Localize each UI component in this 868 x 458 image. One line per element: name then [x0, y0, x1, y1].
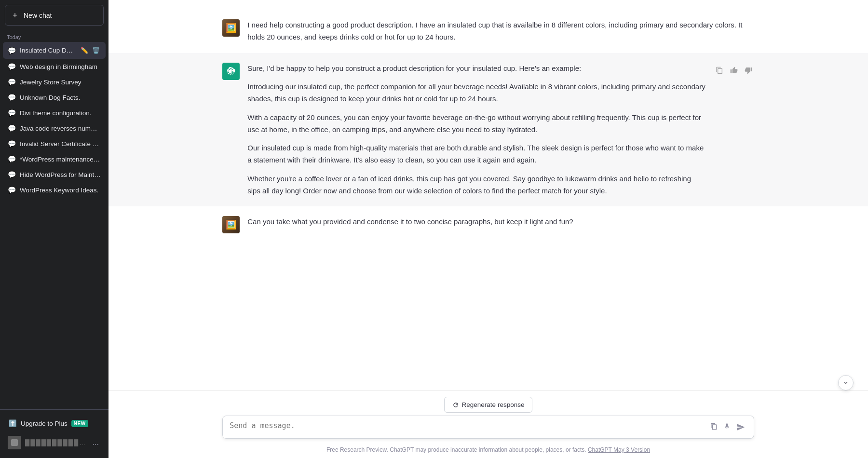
new-chat-label: New chat [24, 12, 52, 19]
user-thumb-2: 🖼️ [222, 216, 240, 233]
chat-icon: 💬 [8, 63, 16, 70]
upgrade-label: Upgrade to Plus [21, 420, 68, 427]
sidebar-item-dog-facts[interactable]: 💬 Unknown Dog Facts. [3, 90, 106, 105]
ai-message-1: Sure, I'd be happy to help you construct… [108, 53, 868, 207]
input-right-icons [708, 421, 747, 433]
user-avatar: 🖼️ [222, 19, 240, 37]
chat-list: 💬 Insulated Cup Descripti ✏️ 🗑️ 💬 Web de… [0, 42, 108, 409]
sidebar-item-label: Divi theme configuration. [20, 109, 101, 117]
user-avatar-2: 🖼️ [222, 216, 240, 233]
sidebar: ＋ New chat Today 💬 Insulated Cup Descrip… [0, 0, 108, 458]
thumbs-down-button[interactable] [743, 65, 754, 76]
user-message-1: 🖼️ I need help constructing a good produ… [108, 10, 868, 53]
sidebar-item-label: Unknown Dog Facts. [20, 94, 101, 101]
user-thumb: 🖼️ [222, 19, 240, 37]
send-button[interactable] [734, 421, 747, 433]
chat-icon: 💬 [8, 94, 16, 101]
chat-icon: 💬 [8, 171, 16, 178]
chat-icon: 💬 [8, 124, 16, 132]
scroll-down-button[interactable] [838, 375, 854, 391]
sidebar-item-label: Hide WordPress for Maintenan [20, 171, 101, 178]
delete-chat-button[interactable]: 🗑️ [91, 46, 101, 55]
today-label: Today [0, 30, 108, 42]
sidebar-item-hide-wp[interactable]: 💬 Hide WordPress for Maintenan [3, 167, 106, 182]
sidebar-item-label: Java code reverses numbers. [20, 125, 101, 132]
upgrade-icon: ⬆️ [9, 419, 17, 427]
sidebar-item-java-code[interactable]: 💬 Java code reverses numbers. [3, 121, 106, 136]
sidebar-item-label: *WordPress maintenance plug [20, 156, 101, 163]
chat-icon: 💬 [8, 140, 16, 148]
sidebar-item-ssl-error[interactable]: 💬 Invalid Server Certificate Error [3, 136, 106, 151]
thumbs-up-button[interactable] [728, 65, 740, 76]
ai-message-actions [714, 63, 754, 76]
chat-icon: 💬 [8, 155, 16, 163]
new-badge: NEW [71, 420, 88, 427]
input-area [108, 416, 868, 444]
chat-icon: 💬 [8, 109, 16, 117]
sidebar-item-jewelry-survey[interactable]: 💬 Jewelry Store Survey [3, 74, 106, 90]
chat-item-actions: ✏️ 🗑️ [80, 46, 101, 55]
main-content: 🖼️ I need help constructing a good produ… [108, 0, 868, 458]
plus-icon: ＋ [11, 10, 19, 20]
svg-rect-0 [11, 439, 18, 446]
chat-icon: 💬 [8, 78, 16, 86]
edit-chat-button[interactable]: ✏️ [80, 46, 89, 55]
user-row[interactable]: █████████████ ... [3, 432, 106, 453]
ai-message-text-1: Sure, I'd be happy to help you construct… [247, 63, 706, 197]
upgrade-to-plus-button[interactable]: ⬆️ Upgrade to Plus NEW [3, 415, 106, 432]
chat-messages: 🖼️ I need help constructing a good produ… [108, 0, 868, 391]
sidebar-item-label: Invalid Server Certificate Error [20, 140, 101, 148]
chat-footer: Regenerate response [108, 391, 868, 458]
disclaimer-link[interactable]: ChatGPT May 3 Version [588, 446, 650, 453]
sidebar-item-label: Insulated Cup Descripti [20, 47, 76, 54]
sidebar-item-label: WordPress Keyword Ideas. [20, 187, 101, 194]
user-message-2: 🖼️ Can you take what you provided and co… [108, 206, 868, 243]
user-message-text-2: Can you take what you provided and conde… [247, 216, 754, 228]
regenerate-button[interactable]: Regenerate response [444, 397, 533, 413]
sidebar-item-wp-keyword[interactable]: 💬 WordPress Keyword Ideas. [3, 182, 106, 198]
avatar [8, 436, 21, 449]
new-chat-button[interactable]: ＋ New chat [5, 5, 104, 26]
user-menu-button[interactable]: ... [91, 437, 101, 448]
sidebar-item-label: Web design in Birmingham [20, 63, 101, 70]
sidebar-item-wp-maintenance[interactable]: 💬 *WordPress maintenance plug [3, 151, 106, 167]
disclaimer: Free Research Preview. ChatGPT may produ… [108, 444, 868, 458]
user-message-text-1: I need help constructing a good product … [247, 19, 754, 43]
regenerate-icon [452, 402, 459, 408]
regenerate-row: Regenerate response [108, 391, 868, 416]
user-name: █████████████ [25, 439, 87, 446]
ai-avatar [222, 63, 240, 80]
clipboard-icon-btn[interactable] [708, 421, 719, 433]
sidebar-bottom: ⬆️ Upgrade to Plus NEW █████████████ ... [0, 409, 108, 458]
copy-button[interactable] [714, 65, 725, 76]
chat-icon: 💬 [8, 186, 16, 194]
sidebar-item-web-design[interactable]: 💬 Web design in Birmingham [3, 59, 106, 74]
sidebar-item-insulated-cup[interactable]: 💬 Insulated Cup Descripti ✏️ 🗑️ [3, 42, 106, 59]
chat-icon: 💬 [8, 47, 16, 54]
sidebar-item-label: Jewelry Store Survey [20, 79, 101, 86]
input-wrapper [222, 416, 754, 439]
microphone-icon-btn[interactable] [721, 421, 732, 433]
regenerate-label: Regenerate response [462, 401, 525, 408]
sidebar-item-divi-theme[interactable]: 💬 Divi theme configuration. [3, 105, 106, 121]
message-input[interactable] [230, 421, 708, 433]
